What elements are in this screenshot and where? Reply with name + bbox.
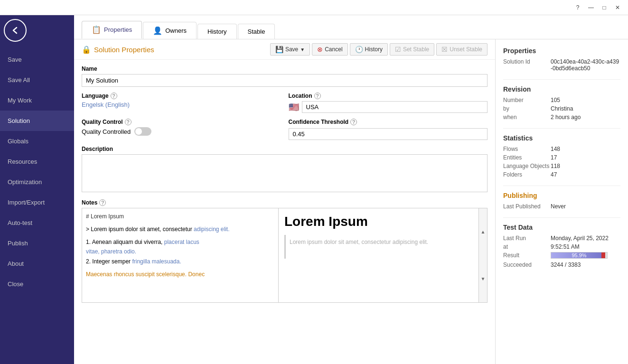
lang-location-row: Language ? Engelsk (English) Location ? bbox=[82, 93, 487, 113]
minimize-button[interactable]: — bbox=[584, 1, 598, 14]
notes-help-icon[interactable]: ? bbox=[99, 199, 106, 206]
notes-preview: Lorem Ipsum Lorem ipsum dolor sit amet, … bbox=[279, 208, 478, 302]
notes-list-item-1b: vitae, pharetra odio. bbox=[86, 247, 274, 256]
sidebar-item-solution[interactable]: Solution bbox=[0, 111, 74, 131]
unset-stable-button[interactable]: ☒ Unset Stable bbox=[436, 43, 487, 56]
succeeded-row: Succeeded 3244 / 3383 bbox=[503, 261, 620, 268]
solution-content: 🔒 Solution Properties 💾 Save ▼ ⊗ Cancel … bbox=[74, 39, 628, 364]
language-objects-row: Language Objects 118 bbox=[503, 163, 620, 169]
lock-icon: 🔒 bbox=[82, 45, 91, 54]
quality-toggle[interactable] bbox=[134, 127, 151, 136]
folders-value: 47 bbox=[551, 171, 620, 178]
quality-controlled-label: Quality Controlled bbox=[82, 128, 131, 135]
language-label-text: Language bbox=[82, 93, 109, 99]
maximize-button[interactable]: □ bbox=[598, 1, 611, 14]
toolbar: 🔒 Solution Properties 💾 Save ▼ ⊗ Cancel … bbox=[74, 39, 495, 60]
sidebar: Save Save All My Work Solution Globals R… bbox=[0, 15, 74, 364]
tab-bar: 📋 Properties 👤 Owners History Stable bbox=[74, 15, 628, 39]
language-label: Language ? bbox=[82, 93, 281, 99]
result-progress: 95.9% bbox=[551, 252, 608, 260]
last-run-key: Last Run bbox=[503, 235, 551, 242]
confidence-input[interactable] bbox=[289, 128, 488, 140]
when-key: when bbox=[503, 114, 551, 121]
sidebar-item-optimization[interactable]: Optimization bbox=[0, 172, 74, 192]
at-value: 9:52:51 AM bbox=[551, 243, 620, 250]
toggle-knob bbox=[135, 128, 142, 135]
sidebar-item-about[interactable]: About bbox=[0, 253, 74, 274]
tab-stable[interactable]: Stable bbox=[238, 24, 275, 39]
tab-owners[interactable]: 👤 Owners bbox=[143, 22, 197, 39]
tab-properties-label: Properties bbox=[104, 26, 132, 33]
last-published-row: Last Published Never bbox=[503, 203, 620, 210]
by-row: by Christina bbox=[503, 105, 620, 112]
name-row: Name bbox=[82, 65, 487, 87]
name-input[interactable] bbox=[82, 74, 487, 87]
back-button[interactable] bbox=[4, 19, 27, 42]
entities-row: Entities 17 bbox=[503, 154, 620, 161]
location-help-icon[interactable]: ? bbox=[314, 93, 321, 99]
language-objects-key: Language Objects bbox=[503, 163, 551, 169]
unset-stable-label: Unset Stable bbox=[450, 46, 482, 53]
confidence-help-icon[interactable]: ? bbox=[350, 119, 357, 125]
close-window-button[interactable]: ✕ bbox=[611, 1, 624, 14]
notes-list-item-1: 1. Aenean aliquam dui viverra, placerat … bbox=[86, 238, 274, 247]
properties-panel-title: Properties bbox=[503, 47, 620, 55]
sidebar-item-globals[interactable]: Globals bbox=[0, 131, 74, 151]
quality-control-label: Quality Control ? bbox=[82, 119, 281, 125]
publishing-title: Publishing bbox=[503, 186, 620, 199]
statistics-section: Statistics Flows 148 Entities 17 Languag… bbox=[503, 128, 620, 178]
flows-row: Flows 148 bbox=[503, 146, 620, 152]
scroll-up-button[interactable]: ▲ bbox=[479, 208, 487, 255]
cancel-label: Cancel bbox=[325, 46, 342, 53]
notes-preview-quote-container: Lorem ipsum dolor sit amet, consectetur … bbox=[284, 235, 473, 259]
sidebar-item-my-work[interactable]: My Work bbox=[0, 90, 74, 111]
help-button[interactable]: ? bbox=[571, 1, 584, 14]
sidebar-item-save-all[interactable]: Save All bbox=[0, 70, 74, 90]
main-layout: Save Save All My Work Solution Globals R… bbox=[0, 15, 628, 364]
language-help-icon[interactable]: ? bbox=[111, 93, 117, 99]
sidebar-item-publish[interactable]: Publish bbox=[0, 233, 74, 253]
title-bar: ? — □ ✕ bbox=[0, 0, 628, 15]
history-button[interactable]: 🕐 History bbox=[350, 43, 388, 56]
flows-key: Flows bbox=[503, 146, 551, 152]
notes-link-2: placerat lacus bbox=[164, 239, 199, 245]
number-value: 105 bbox=[551, 97, 620, 103]
flows-value: 148 bbox=[551, 146, 620, 152]
description-label: Description bbox=[82, 146, 487, 152]
revision-section: Revision Number 105 by Christina when 2 … bbox=[503, 79, 620, 121]
confidence-label-text: Confidence Threshold bbox=[289, 119, 349, 125]
last-published-key: Last Published bbox=[503, 203, 551, 210]
tab-history[interactable]: History bbox=[197, 24, 236, 39]
confidence-label: Confidence Threshold ? bbox=[289, 119, 488, 125]
description-textarea[interactable] bbox=[82, 154, 487, 192]
sidebar-item-save[interactable]: Save bbox=[0, 49, 74, 70]
set-stable-button[interactable]: ☑ Set Stable bbox=[390, 43, 434, 56]
blockquote-bar bbox=[284, 235, 286, 259]
tab-properties[interactable]: 📋 Properties bbox=[82, 21, 142, 39]
at-key: at bbox=[503, 243, 551, 250]
language-col: Language ? Engelsk (English) bbox=[82, 93, 281, 113]
folders-row: Folders 47 bbox=[503, 171, 620, 178]
save-button[interactable]: 💾 Save ▼ bbox=[270, 43, 310, 56]
properties-section: Properties Solution Id 00c140ea-40a2-430… bbox=[503, 47, 620, 72]
set-stable-icon: ☑ bbox=[395, 46, 401, 53]
section-title: 🔒 Solution Properties bbox=[82, 45, 154, 54]
quality-control-label-text: Quality Control bbox=[82, 119, 123, 125]
scroll-down-button[interactable]: ▼ bbox=[479, 255, 487, 302]
save-icon: 💾 bbox=[275, 46, 283, 53]
publishing-section: Publishing Last Published Never bbox=[503, 186, 620, 210]
sidebar-item-close[interactable]: Close bbox=[0, 274, 74, 294]
sidebar-nav: Save Save All My Work Solution Globals R… bbox=[0, 46, 74, 364]
tab-stable-label: Stable bbox=[248, 28, 265, 35]
by-key: by bbox=[503, 105, 551, 112]
sidebar-item-auto-test[interactable]: Auto-test bbox=[0, 213, 74, 233]
cancel-button[interactable]: ⊗ Cancel bbox=[312, 43, 347, 56]
quality-help-icon[interactable]: ? bbox=[125, 119, 131, 125]
notes-editor[interactable]: # Lorem Ipsum > Lorem ipsum dolor sit am… bbox=[82, 208, 279, 302]
number-row: Number 105 bbox=[503, 97, 620, 103]
sidebar-item-import-export[interactable]: Import/Export bbox=[0, 192, 74, 213]
sidebar-item-resources[interactable]: Resources bbox=[0, 151, 74, 172]
revision-title: Revision bbox=[503, 79, 620, 93]
location-input[interactable] bbox=[302, 101, 488, 113]
form-area: 🔒 Solution Properties 💾 Save ▼ ⊗ Cancel … bbox=[74, 39, 495, 364]
